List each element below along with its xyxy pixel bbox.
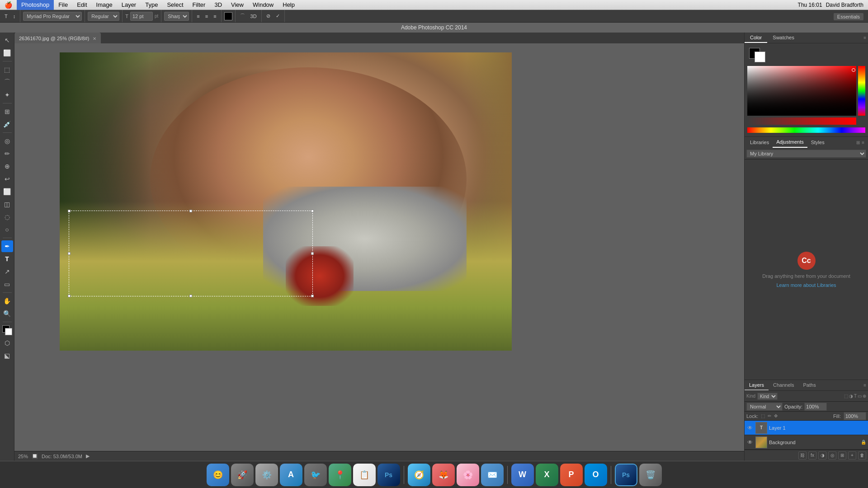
layers-group-btn[interactable]: ⊞ bbox=[838, 451, 846, 460]
dock-excel[interactable]: X bbox=[536, 464, 558, 486]
dock-powerpoint[interactable]: P bbox=[560, 464, 583, 486]
menu-3d[interactable]: 3D bbox=[210, 0, 226, 10]
layers-link-btn[interactable]: ⛓ bbox=[798, 451, 807, 460]
essentials-btn[interactable]: Essentials bbox=[834, 13, 863, 20]
layer1-visibility[interactable]: 👁 bbox=[746, 424, 754, 432]
text-color-swatch[interactable] bbox=[224, 12, 232, 20]
tab-adjustments[interactable]: Adjustments bbox=[773, 137, 807, 148]
3d-text-btn[interactable]: 3D bbox=[249, 13, 259, 20]
dock-photos[interactable]: 🌸 bbox=[457, 464, 479, 486]
layers-fx-btn[interactable]: fx bbox=[808, 451, 816, 460]
library-learn-link[interactable]: Learn more about Libraries bbox=[776, 282, 836, 288]
library-select[interactable]: My Library bbox=[746, 150, 866, 158]
dock-photoshop[interactable]: Ps bbox=[615, 464, 637, 486]
dock-mail[interactable]: ✉️ bbox=[481, 464, 504, 486]
dodge-tool[interactable]: ○ bbox=[1, 224, 13, 235]
tab-swatches[interactable]: Swatches bbox=[767, 33, 800, 43]
blend-mode-select[interactable]: Normal bbox=[746, 403, 783, 411]
clone-tool[interactable]: ⊕ bbox=[1, 160, 13, 172]
tab-layers[interactable]: Layers bbox=[745, 380, 769, 390]
layer-row-background[interactable]: 👁 Background 🔒 bbox=[745, 435, 868, 450]
menu-file[interactable]: File bbox=[54, 0, 72, 10]
spot-heal-tool[interactable]: ◎ bbox=[1, 135, 13, 147]
panel-expand-btn[interactable]: ≡ bbox=[863, 35, 866, 40]
pen-tool[interactable]: ✒ bbox=[1, 240, 13, 252]
dock-ps-icon[interactable]: Ps bbox=[377, 464, 400, 486]
color-picker[interactable] bbox=[747, 66, 865, 125]
dock-sysprefs[interactable]: ⚙️ bbox=[255, 464, 278, 486]
document-tab-close[interactable]: ✕ bbox=[93, 36, 96, 41]
tool-size-btn[interactable]: ↕ bbox=[11, 13, 18, 20]
lock-transparent-btn[interactable]: ⬚ bbox=[761, 413, 765, 418]
dock-launchpad[interactable]: 🚀 bbox=[231, 464, 254, 486]
layers-mask-btn[interactable]: ◑ bbox=[818, 451, 826, 460]
filter-pixel-btn[interactable]: ⬚ bbox=[844, 394, 848, 399]
eraser-tool[interactable]: ⬜ bbox=[1, 186, 13, 197]
history-brush-tool[interactable]: ↩ bbox=[1, 173, 13, 185]
fg-bg-colors[interactable] bbox=[749, 48, 765, 62]
lock-position-btn[interactable]: ✥ bbox=[774, 413, 778, 418]
blur-tool[interactable]: ◌ bbox=[1, 211, 13, 223]
hand-tool[interactable]: ✋ bbox=[1, 295, 13, 307]
document-tab[interactable]: 26361670.jpg @ 25% (RGB/8#) ✕ bbox=[14, 33, 101, 43]
tool-mode-btn[interactable]: T bbox=[3, 13, 9, 20]
color-spectrum-bar[interactable] bbox=[747, 127, 865, 133]
align-left-btn[interactable]: ≡ bbox=[195, 13, 201, 20]
hue-slider[interactable] bbox=[858, 66, 865, 116]
layer-row-layer1[interactable]: 👁 T Layer 1 bbox=[745, 421, 868, 435]
menu-photoshop[interactable]: Photoshop bbox=[17, 0, 54, 10]
tab-color[interactable]: Color bbox=[745, 33, 767, 43]
menu-edit[interactable]: Edit bbox=[72, 0, 91, 10]
libraries-expand-btn[interactable]: ≡ bbox=[862, 140, 864, 145]
warp-text-btn[interactable]: ⌒ bbox=[238, 12, 247, 20]
path-select-tool[interactable]: ↗ bbox=[1, 266, 13, 277]
alpha-slider[interactable] bbox=[747, 117, 856, 125]
brush-tool[interactable]: ✏ bbox=[1, 148, 13, 160]
dock-outlook[interactable]: O bbox=[585, 464, 607, 486]
fill-input[interactable] bbox=[844, 412, 866, 420]
filter-smart-btn[interactable]: ⊕ bbox=[863, 394, 866, 399]
menu-layer[interactable]: Layer bbox=[117, 0, 141, 10]
move-tool[interactable]: ↖ bbox=[1, 34, 13, 46]
zoom-fit-btn[interactable]: 🔲 bbox=[32, 453, 38, 459]
align-center-btn[interactable]: ≡ bbox=[203, 13, 210, 20]
menu-image[interactable]: Image bbox=[92, 0, 117, 10]
dock-firefox[interactable]: 🦊 bbox=[432, 464, 455, 486]
crop-tool[interactable]: ⊞ bbox=[1, 106, 13, 117]
screen-mode-btn[interactable]: ⬕ bbox=[1, 350, 13, 361]
filter-type-btn[interactable]: T bbox=[854, 394, 857, 399]
filter-shape-btn[interactable]: ▭ bbox=[858, 394, 862, 399]
libraries-grid-btn[interactable]: ⊞ bbox=[856, 140, 860, 145]
type-tool[interactable]: T bbox=[1, 253, 13, 265]
dock-reminders[interactable]: 📋 bbox=[353, 464, 376, 486]
canvas-area[interactable] bbox=[14, 43, 744, 461]
eyedropper-tool[interactable]: 💉 bbox=[1, 118, 13, 130]
filter-type-select[interactable]: Kind bbox=[757, 393, 778, 400]
tab-libraries[interactable]: Libraries bbox=[746, 137, 773, 148]
tab-styles[interactable]: Styles bbox=[807, 137, 828, 148]
zoom-tool[interactable]: 🔍 bbox=[1, 308, 13, 319]
doc-info-arrow[interactable]: ▶ bbox=[86, 453, 90, 459]
menu-help[interactable]: Help bbox=[278, 0, 299, 10]
fg-bg-color-swatch[interactable] bbox=[1, 324, 13, 336]
layers-new-btn[interactable]: + bbox=[848, 451, 856, 460]
font-style-select[interactable]: Regular bbox=[88, 12, 119, 21]
menu-filter[interactable]: Filter bbox=[188, 0, 210, 10]
layers-adjustment-btn[interactable]: ◎ bbox=[828, 451, 836, 460]
background-color[interactable] bbox=[755, 52, 765, 62]
cancel-transform-btn[interactable]: ⊘ bbox=[264, 12, 272, 20]
lock-image-btn[interactable]: ✏ bbox=[768, 413, 771, 418]
menu-view[interactable]: View bbox=[226, 0, 248, 10]
menu-type[interactable]: Type bbox=[141, 0, 162, 10]
dock-migration[interactable]: 🐦 bbox=[304, 464, 327, 486]
dock-appstore[interactable]: A bbox=[280, 464, 302, 486]
gradient-tool[interactable]: ◫ bbox=[1, 198, 13, 210]
lasso-tool[interactable]: ⌒ bbox=[1, 76, 13, 88]
layers-expand-btn[interactable]: ≡ bbox=[863, 383, 866, 388]
anti-alias-select[interactable]: Sharp bbox=[164, 12, 189, 21]
layers-delete-btn[interactable]: 🗑 bbox=[858, 451, 866, 460]
align-right-btn[interactable]: ≡ bbox=[212, 13, 218, 20]
tab-paths[interactable]: Paths bbox=[799, 380, 821, 390]
tab-channels[interactable]: Channels bbox=[769, 380, 798, 390]
font-size-input[interactable] bbox=[130, 12, 153, 21]
